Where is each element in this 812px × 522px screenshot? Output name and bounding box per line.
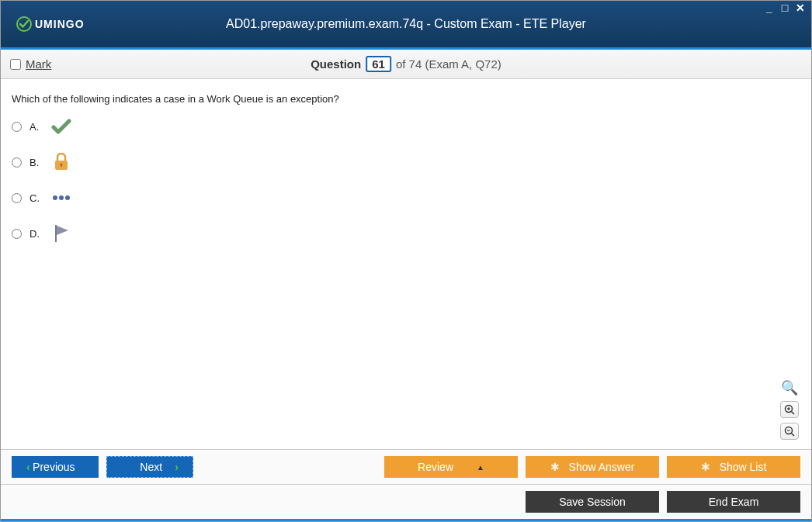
mark-group: Mark	[10, 57, 51, 71]
mark-label[interactable]: Mark	[26, 57, 51, 71]
close-icon[interactable]: ✕	[794, 2, 807, 13]
question-text: Which of the following indicates a case …	[12, 93, 800, 105]
question-number: 61	[366, 56, 391, 72]
show-list-label: Show List	[720, 461, 767, 473]
review-label: Review	[418, 461, 453, 473]
window-controls: _ □ ✕	[763, 2, 807, 13]
option-b-radio[interactable]	[12, 157, 22, 168]
star-icon: ✱	[701, 461, 710, 473]
arrow-left-icon: ‹	[26, 461, 30, 473]
option-a-radio[interactable]	[12, 122, 22, 132]
svg-point-4	[53, 195, 57, 200]
checkmark-icon	[50, 116, 73, 137]
title-bar: _ □ ✕ UMINGO AD01.prepaway.premium.exam.…	[1, 1, 811, 47]
option-b[interactable]: B.	[12, 151, 800, 173]
question-info: Question 61 of 74 (Exam A, Q72)	[311, 56, 501, 72]
option-d-letter: D.	[29, 228, 42, 240]
question-content: Which of the following indicates a case …	[1, 79, 811, 449]
end-exam-button[interactable]: End Exam	[667, 491, 800, 513]
svg-point-5	[59, 195, 64, 200]
lock-icon	[50, 151, 73, 173]
footer-bar: Save Session End Exam	[1, 484, 811, 519]
previous-button[interactable]: ‹ Previous	[12, 456, 99, 478]
question-toolbar: Mark Question 61 of 74 (Exam A, Q72)	[1, 50, 811, 79]
svg-line-13	[792, 434, 795, 437]
question-label: Question	[311, 57, 361, 71]
zoom-controls: 🔍	[780, 379, 799, 440]
question-rest: of 74 (Exam A, Q72)	[396, 57, 501, 71]
app-logo: UMINGO	[16, 16, 85, 32]
show-answer-button[interactable]: ✱ Show Answer	[526, 456, 659, 478]
option-c[interactable]: C.	[12, 187, 800, 209]
review-button[interactable]: Review ▲	[384, 456, 518, 478]
logo-check-icon	[16, 16, 32, 32]
nav-bar: ‹ Previous Next › Review ▲ ✱ Show Answer…	[1, 449, 811, 484]
option-a-letter: A.	[29, 121, 42, 133]
show-answer-label: Show Answer	[569, 461, 635, 473]
options-list: A. B. C.	[12, 116, 800, 244]
maximize-icon[interactable]: □	[779, 2, 791, 13]
flag-icon	[50, 223, 73, 244]
bottom-accent-bar	[1, 519, 811, 521]
minimize-icon[interactable]: _	[763, 2, 776, 13]
next-label: Next	[140, 461, 162, 473]
option-d-radio[interactable]	[12, 229, 22, 239]
save-session-button[interactable]: Save Session	[526, 491, 659, 513]
option-d[interactable]: D.	[12, 223, 800, 244]
zoom-out-button[interactable]	[780, 423, 799, 440]
ellipsis-icon	[50, 187, 73, 209]
triangle-up-icon: ▲	[477, 463, 484, 472]
svg-rect-3	[61, 164, 62, 167]
svg-line-9	[792, 412, 795, 415]
search-icon[interactable]: 🔍	[781, 379, 798, 396]
option-c-radio[interactable]	[12, 193, 22, 203]
arrow-right-icon: ›	[175, 461, 179, 473]
svg-point-6	[65, 195, 70, 200]
svg-rect-7	[55, 225, 57, 242]
previous-label: Previous	[33, 461, 75, 473]
show-list-button[interactable]: ✱ Show List	[667, 456, 800, 478]
option-b-letter: B.	[29, 157, 42, 168]
star-icon: ✱	[550, 461, 560, 473]
window-title: AD01.prepaway.premium.exam.74q - Custom …	[226, 17, 586, 31]
mark-checkbox[interactable]	[10, 59, 21, 70]
option-c-letter: C.	[29, 192, 42, 204]
option-a[interactable]: A.	[12, 116, 800, 137]
next-button[interactable]: Next ›	[106, 456, 193, 478]
logo-text: UMINGO	[35, 18, 85, 30]
zoom-in-button[interactable]	[780, 401, 799, 418]
